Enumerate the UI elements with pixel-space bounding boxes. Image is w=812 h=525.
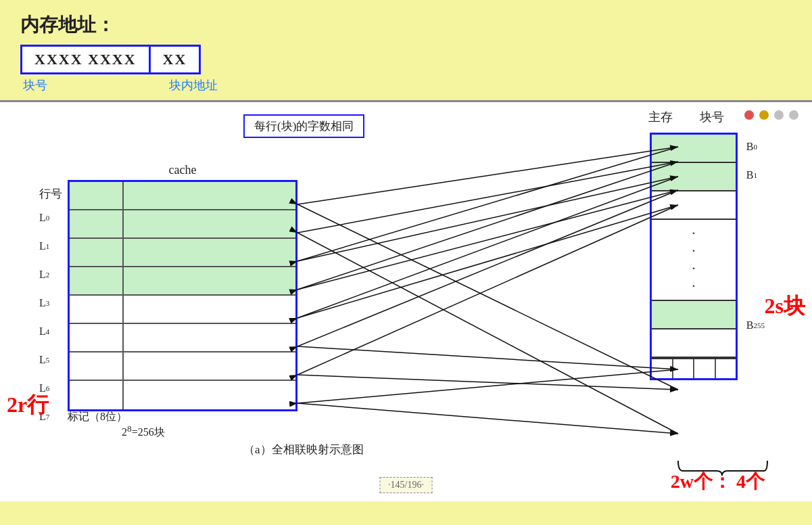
annotation-text: 每行(块)的字数相同 <box>254 120 354 133</box>
addr-labels: 块号 块内地址 <box>20 77 792 93</box>
svg-line-16 <box>297 204 678 390</box>
cache-row-3 <box>70 267 295 296</box>
row-label-3: L3 <box>39 289 62 317</box>
page-counter: ·145/196· <box>379 477 433 493</box>
row-label-1: L1 <box>39 232 62 260</box>
row-label-5: L5 <box>39 346 62 374</box>
dot-red <box>744 110 754 120</box>
svg-line-5 <box>297 190 678 290</box>
cache-cell-7-0 <box>70 381 124 409</box>
cache-cell-1-0 <box>70 210 124 237</box>
block-labels: B0 B1 B255 <box>746 133 765 340</box>
cache-cell-2-1 <box>124 239 295 266</box>
svg-line-3 <box>297 162 678 233</box>
mem-title: 内存地址： <box>20 12 792 38</box>
svg-line-10 <box>297 147 678 261</box>
block-label-B255: B255 <box>746 311 765 340</box>
mem-row-bottom-green <box>652 301 736 329</box>
row-label-4: L4 <box>39 317 62 346</box>
cache-cell-4-0 <box>70 296 124 323</box>
cache-cell-6-0 <box>70 352 124 380</box>
svg-line-12 <box>297 177 678 318</box>
block-label-empty <box>746 189 765 311</box>
cache-row-7 <box>70 381 295 409</box>
mem-row-0 <box>652 135 736 163</box>
mem-row-1 <box>652 163 736 191</box>
svg-line-6 <box>297 205 678 318</box>
diagram-caption: （a）全相联映射示意图 <box>243 442 364 457</box>
svg-line-7 <box>297 346 678 369</box>
cache-bottom-label2: 28=256块 <box>122 424 165 440</box>
mem-row-dots: ···· <box>652 220 736 301</box>
cache-container: cache <box>68 163 297 411</box>
label-kuaihao: 块号 <box>20 77 156 93</box>
mem-box: ···· <box>650 133 738 380</box>
mem-row-2 <box>652 191 736 220</box>
mem-bottom-cells <box>652 358 736 378</box>
svg-line-14 <box>297 205 678 375</box>
cache-cell-5-1 <box>124 324 295 351</box>
cache-row-6 <box>70 352 295 381</box>
top-section: 内存地址： XXXX XXXX XX 块号 块内地址 <box>0 0 812 100</box>
main-mem-header2: 块号 <box>700 109 724 125</box>
label-2w-words: 2w个： 4个 <box>671 469 765 495</box>
cache-cell-4-1 <box>124 296 295 323</box>
main-mem-container: ···· <box>650 133 738 380</box>
addr-boxes: XXXX XXXX XX <box>20 45 792 74</box>
row-label-0: L0 <box>39 204 62 232</box>
block-label-B0: B0 <box>746 133 765 161</box>
annotation-box: 每行(块)的字数相同 <box>243 114 364 138</box>
main-mem-header1: 主存 <box>648 109 673 125</box>
cache-cell-1-1 <box>124 210 295 237</box>
svg-line-11 <box>297 162 678 290</box>
cache-box <box>68 180 297 411</box>
cache-bottom-label1: 标记（8位） <box>68 410 127 424</box>
cache-row-5 <box>70 324 295 352</box>
mem-cell-2 <box>694 359 716 378</box>
svg-line-4 <box>297 177 678 261</box>
cache-row-4 <box>70 296 295 324</box>
addr-box-right: XX <box>149 45 201 74</box>
cache-cell-6-1 <box>124 352 295 380</box>
label-2r-rows: 2r行 <box>7 390 49 420</box>
cache-row-1 <box>70 210 295 239</box>
block-label-B1: B1 <box>746 161 765 189</box>
cache-label: cache <box>68 163 297 177</box>
main-area: 每行(块)的字数相同 主存 块号 cache <box>0 102 812 501</box>
svg-line-17 <box>297 233 678 434</box>
cache-row-0 <box>70 182 295 210</box>
cache-cell-2-0 <box>70 239 124 266</box>
cache-row-2 <box>70 239 295 267</box>
mem-cell-1 <box>673 359 695 378</box>
dots-top-right <box>744 110 798 120</box>
cache-cell-7-1 <box>124 381 295 409</box>
svg-line-9 <box>297 403 678 434</box>
svg-line-15 <box>297 369 678 403</box>
row-label-header: 行号 <box>39 183 62 204</box>
mem-row-bottom-white <box>652 329 736 358</box>
svg-line-2 <box>297 147 678 204</box>
dot-gray1 <box>774 110 784 120</box>
cache-cell-5-0 <box>70 324 124 351</box>
svg-line-13 <box>297 190 678 346</box>
mem-cell-0 <box>652 359 673 378</box>
cache-cell-0-1 <box>124 182 295 209</box>
svg-line-8 <box>297 375 678 390</box>
dot-yellow <box>759 110 769 120</box>
addr-box-left: XXXX XXXX <box>20 45 149 74</box>
main-mem-labels: 主存 块号 <box>648 109 724 125</box>
label-kuainei: 块内地址 <box>169 77 218 93</box>
cache-cell-0-0 <box>70 182 124 209</box>
row-label-2: L2 <box>39 260 62 289</box>
cache-cell-3-0 <box>70 267 124 294</box>
label-2s-blocks: 2s块 <box>765 292 805 321</box>
dot-gray2 <box>789 110 798 120</box>
cache-cell-3-1 <box>124 267 295 294</box>
mem-cell-3 <box>716 359 736 378</box>
